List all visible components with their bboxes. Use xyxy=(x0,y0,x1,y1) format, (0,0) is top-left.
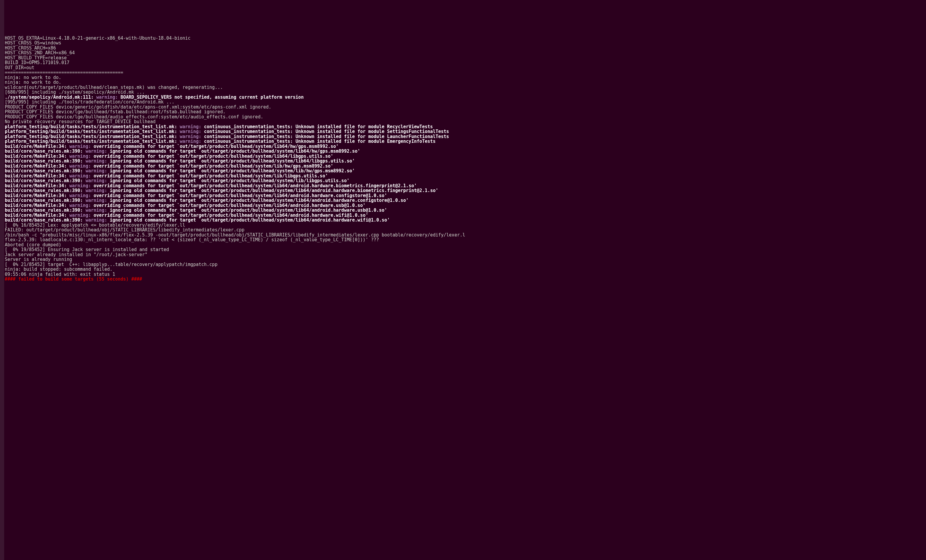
terminal-segment: continuous_instrumentation_tests: Unknow… xyxy=(204,129,449,134)
terminal-output[interactable]: HOST_OS_EXTRA=Linux-4.18.0-21-generic-x8… xyxy=(0,35,926,283)
terminal-segment: ninja: no work to do. xyxy=(5,75,61,80)
terminal-segment: overriding commands for target `out/targ… xyxy=(94,183,417,188)
terminal-segment: ignoring old commands for target `out/ta… xyxy=(110,148,360,154)
terminal-segment: warning: xyxy=(70,213,94,218)
terminal-line: [ 0% 21/85452] target C++: libapplyp...t… xyxy=(5,262,925,267)
terminal-segment: build/core/base_rules.mk:390: xyxy=(5,178,86,183)
terminal-line: build/core/base_rules.mk:390: warning: i… xyxy=(5,159,925,164)
terminal-line: [ 0% 16/85452] Lex: applypatch <= bootab… xyxy=(5,223,925,228)
terminal-segment: [ 0% 16/85452] Lex: applypatch <= bootab… xyxy=(5,222,185,228)
terminal-line: platform_testing/build/tasks/tests/instr… xyxy=(5,139,925,144)
terminal-line: #### failed to build some targets (55 se… xyxy=(5,277,925,282)
terminal-segment: build/core/Makefile:34: xyxy=(5,203,70,208)
terminal-segment: build/core/base_rules.mk:390: xyxy=(5,207,86,213)
terminal-line: build/core/Makefile:34: warning: overrid… xyxy=(5,183,925,188)
terminal-segment: Aborted (core dumped) xyxy=(5,242,61,248)
terminal-segment: overriding commands for target `out/targ… xyxy=(94,163,333,169)
terminal-segment: warning: xyxy=(86,198,110,203)
terminal-line: PRODUCT_COPY_FILES device/generic/goldfi… xyxy=(5,104,925,110)
terminal-segment: continuous_instrumentation_tests: Unknow… xyxy=(204,134,449,139)
terminal-line: build/core/Makefile:34: warning: overrid… xyxy=(5,193,925,198)
terminal-segment: HOST_CROSS_ARCH=x86 xyxy=(5,45,56,51)
terminal-segment: /bin/bash -c "prebuilts/misc/linux-x86/f… xyxy=(5,232,465,238)
terminal-segment: warning: xyxy=(180,139,204,144)
terminal-segment: HOST_CROSS_OS=windows xyxy=(5,40,61,45)
terminal-line: ninja: build stopped: subcommand failed. xyxy=(5,267,925,272)
terminal-line: build/core/Makefile:34: warning: overrid… xyxy=(5,154,925,159)
terminal-segment: overriding commands for target `out/targ… xyxy=(94,193,387,198)
terminal-segment: ignoring old commands for target `out/ta… xyxy=(110,188,438,193)
terminal-segment: warning: xyxy=(86,148,110,154)
terminal-segment: warning: xyxy=(180,134,204,139)
terminal-segment: build/core/base_rules.mk:390: xyxy=(5,158,86,164)
terminal-segment: [ 0% 21/85452] target C++: libapplyp...t… xyxy=(5,262,217,267)
terminal-segment: continuous_instrumentation_tests: Unknow… xyxy=(204,124,433,129)
terminal-segment: ignoring old commands for target `out/ta… xyxy=(110,178,350,183)
terminal-segment: warning: xyxy=(86,178,110,183)
terminal-line: [995/995] including ./tools/tradefederat… xyxy=(5,100,925,104)
terminal-segment: build/core/Makefile:34: xyxy=(5,163,70,169)
terminal-line: ninja: no work to do. xyxy=(5,75,925,80)
terminal-segment: Server is already running xyxy=(5,257,72,262)
terminal-line: ninja: no work to do. xyxy=(5,80,925,85)
terminal-segment: build/core/base_rules.mk:390: xyxy=(5,148,86,154)
terminal-line: build/core/Makefile:34: warning: overrid… xyxy=(5,164,925,169)
terminal-segment: HOST_CROSS_2ND_ARCH=x86_64 xyxy=(5,50,75,56)
terminal-line: ========================================… xyxy=(5,70,925,75)
terminal-line: build/core/Makefile:34: warning: overrid… xyxy=(5,203,925,208)
terminal-segment: PRODUCT_COPY_FILES device/lge/bullhead/f… xyxy=(5,109,226,115)
terminal-line: build/core/base_rules.mk:390: warning: i… xyxy=(5,218,925,223)
terminal-line: build/core/base_rules.mk:390: warning: i… xyxy=(5,178,925,183)
terminal-segment: build/core/Makefile:34: xyxy=(5,173,70,179)
terminal-segment: [680/995] including ./system/sepolicy/An… xyxy=(5,89,145,95)
terminal-line: 09:55:06 ninja failed with: exit status … xyxy=(5,272,925,277)
terminal-line: FAILED: out/target/product/bullhead/obj/… xyxy=(5,227,925,233)
terminal-segment: warning: xyxy=(86,168,110,174)
terminal-segment: build/core/Makefile:34: xyxy=(5,193,70,198)
terminal-segment: ninja: no work to do. xyxy=(5,80,61,85)
terminal-line: flex-2.5.39: loadlocale.c:130:_nl_intern… xyxy=(5,238,925,242)
terminal-line: HOST_BUILD_TYPE=release xyxy=(5,56,925,61)
terminal-line: OUT_DIR=out xyxy=(5,65,925,70)
terminal-segment: [995/995] including ./tools/tradefederat… xyxy=(5,99,174,104)
terminal-segment: ignoring old commands for target `out/ta… xyxy=(110,158,355,164)
terminal-segment: build/core/base_rules.mk:390: xyxy=(5,188,86,193)
terminal-segment: ignoring old commands for target `out/ta… xyxy=(110,198,409,203)
terminal-segment: warning: xyxy=(86,158,110,164)
terminal-segment: build/core/Makefile:34: xyxy=(5,183,70,188)
terminal-segment: build/core/Makefile:34: xyxy=(5,213,70,218)
terminal-line: build/core/base_rules.mk:390: warning: i… xyxy=(5,149,925,154)
terminal-segment: build/core/base_rules.mk:390: xyxy=(5,198,86,203)
terminal-segment: No private recovery resources for TARGET… xyxy=(5,119,156,124)
terminal-segment: continuous_instrumentation_tests: Unknow… xyxy=(204,139,436,144)
terminal-segment: ignoring old commands for target `out/ta… xyxy=(110,217,390,223)
terminal-segment: warning: xyxy=(70,183,94,188)
terminal-line: HOST_CROSS_OS=windows xyxy=(5,41,925,45)
terminal-segment: warning: xyxy=(180,129,204,134)
terminal-segment: warning: xyxy=(70,144,94,149)
terminal-segment: HOST_BUILD_TYPE=release xyxy=(5,55,67,61)
terminal-line: build/core/Makefile:34: warning: overrid… xyxy=(5,213,925,218)
terminal-segment: warning: xyxy=(180,124,204,129)
terminal-line: build/core/Makefile:34: warning: overrid… xyxy=(5,174,925,179)
terminal-line: wildcard(out/target/product/bullhead/cle… xyxy=(5,85,925,90)
terminal-segment: platform_testing/build/tasks/tests/instr… xyxy=(5,129,180,134)
terminal-segment: #### failed to build some targets (55 se… xyxy=(5,276,142,282)
terminal-line: [680/995] including ./system/sepolicy/An… xyxy=(5,90,925,95)
terminal-line: HOST_CROSS_ARCH=x86 xyxy=(5,45,925,51)
terminal-segment: warning: xyxy=(86,207,110,213)
terminal-segment: 09:55:06 ninja failed with: exit status … xyxy=(5,272,115,277)
terminal-line: Aborted (core dumped) xyxy=(5,242,925,248)
terminal-line: build/core/Makefile:34: warning: overrid… xyxy=(5,144,925,149)
terminal-segment: BOARD_SEPOLICY_VERS not specified, assum… xyxy=(120,95,304,100)
terminal-segment: overriding commands for target `out/targ… xyxy=(94,173,328,179)
terminal-segment: build/core/base_rules.mk:390: xyxy=(5,217,86,223)
terminal-segment: [ 0% 19/85452] Ensuring Jack server is i… xyxy=(5,247,169,252)
terminal-segment: warning: xyxy=(70,163,94,169)
terminal-line: HOST_OS_EXTRA=Linux-4.18.0-21-generic-x8… xyxy=(5,36,925,41)
terminal-segment: build/core/Makefile:34: xyxy=(5,154,70,159)
terminal-segment: flex-2.5.39: loadlocale.c:130:_nl_intern… xyxy=(5,237,379,242)
terminal-segment: PRODUCT_COPY_FILES device/lge/bullhead/a… xyxy=(5,114,263,120)
terminal-line: build/core/base_rules.mk:390: warning: i… xyxy=(5,168,925,174)
terminal-line: [ 0% 19/85452] Ensuring Jack server is i… xyxy=(5,247,925,252)
